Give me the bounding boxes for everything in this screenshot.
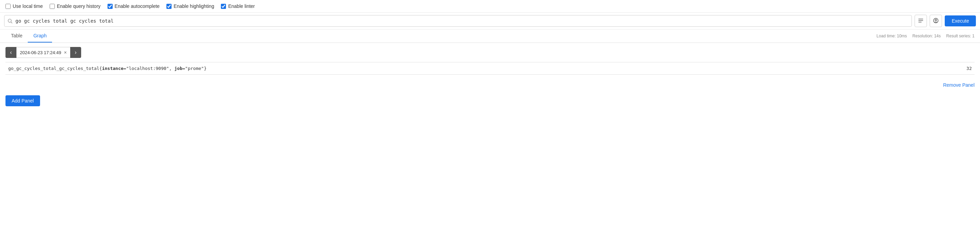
format-button[interactable]	[915, 15, 927, 27]
metric-value: 32	[966, 66, 972, 71]
add-panel-row: Add Panel	[0, 91, 980, 111]
search-bar: Execute	[0, 13, 980, 29]
load-time: Load time: 10ms	[877, 34, 907, 38]
result-row: go_gc_cycles_total_gc_cycles_total{insta…	[5, 62, 975, 75]
metric-prefix: go_gc_cycles_total_gc_cycles_total{	[8, 66, 102, 71]
top-bar: Use local time Enable query history Enab…	[0, 0, 980, 13]
use-local-time-checkbox[interactable]: Use local time	[5, 3, 43, 9]
prev-icon: ‹	[10, 50, 12, 56]
enable-autocomplete-checkbox[interactable]: Enable autocomplete	[108, 3, 160, 9]
enable-query-history-label: Enable query history	[57, 3, 101, 9]
tab-meta: Load time: 10ms Resolution: 14s Result s…	[877, 34, 975, 38]
metric-suffix: }	[204, 66, 207, 71]
format-icon	[918, 18, 924, 25]
use-local-time-label: Use local time	[13, 3, 43, 9]
execute-button[interactable]: Execute	[945, 15, 976, 26]
clear-icon: ×	[64, 50, 67, 55]
enable-highlighting-label: Enable highlighting	[173, 3, 214, 9]
enable-autocomplete-input[interactable]	[108, 4, 113, 9]
tab-graph[interactable]: Graph	[28, 29, 52, 43]
enable-linter-label: Enable linter	[228, 3, 255, 9]
timestamp-value: 2024-06-23 17:24:49	[20, 50, 61, 55]
metric-job-value: "prome"	[185, 66, 204, 71]
metric-label: go_gc_cycles_total_gc_cycles_total{insta…	[8, 66, 207, 71]
search-icon	[7, 18, 13, 24]
svg-point-6	[935, 19, 937, 21]
resolution: Resolution: 14s	[913, 34, 941, 38]
clear-time-button[interactable]: ×	[64, 50, 67, 55]
tabs-row: Table Graph Load time: 10ms Resolution: …	[0, 29, 980, 43]
remove-panel-row: Remove Panel	[0, 79, 980, 91]
metric-instance-key: instance	[102, 66, 124, 71]
time-nav: ‹ 2024-06-23 17:24:49 × ›	[5, 47, 975, 58]
enable-linter-checkbox[interactable]: Enable linter	[221, 3, 255, 9]
remove-panel-button[interactable]: Remove Panel	[943, 82, 975, 88]
tab-table[interactable]: Table	[5, 29, 28, 43]
svg-line-1	[11, 22, 12, 23]
metrics-explorer-icon	[933, 18, 939, 25]
enable-highlighting-input[interactable]	[166, 4, 172, 9]
prev-time-button[interactable]: ‹	[5, 47, 16, 58]
add-panel-button[interactable]: Add Panel	[5, 95, 40, 106]
result-series: Result series: 1	[946, 34, 975, 38]
metric-instance-value: "localhost:9090"	[126, 66, 169, 71]
svg-point-0	[8, 19, 11, 22]
enable-query-history-input[interactable]	[50, 4, 55, 9]
metric-job-key: job	[174, 66, 182, 71]
enable-autocomplete-label: Enable autocomplete	[115, 3, 160, 9]
enable-highlighting-checkbox[interactable]: Enable highlighting	[166, 3, 214, 9]
query-input[interactable]	[16, 15, 909, 26]
next-icon: ›	[75, 50, 76, 56]
enable-linter-input[interactable]	[221, 4, 226, 9]
search-wrapper	[4, 15, 912, 27]
time-display: 2024-06-23 17:24:49 ×	[16, 47, 70, 58]
tabs: Table Graph	[5, 29, 52, 43]
use-local-time-input[interactable]	[5, 4, 11, 9]
result-area: ‹ 2024-06-23 17:24:49 × › go_gc_cycles_t…	[0, 43, 980, 79]
metrics-explorer-button[interactable]	[930, 15, 942, 27]
enable-query-history-checkbox[interactable]: Enable query history	[50, 3, 101, 9]
next-time-button[interactable]: ›	[70, 47, 81, 58]
